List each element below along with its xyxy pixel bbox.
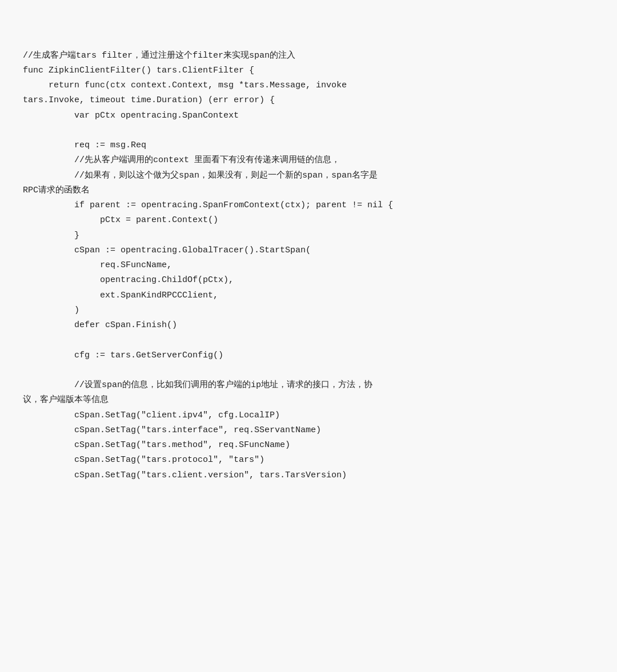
code-line: //如果有，则以这个做为父span，如果没有，则起一个新的span，span名字… [23,168,594,183]
code-line: //设置span的信息，比如我们调用的客户端的ip地址，请求的接口，方法，协 [23,378,594,393]
code-line: cSpan := opentracing.GlobalTracer().Star… [23,243,594,258]
code-line: pCtx = parent.Context() [23,213,594,228]
code-line: req := msg.Req [23,138,594,153]
code-line: cfg := tars.GetServerConfig() [23,348,594,363]
code-line: var pCtx opentracing.SpanContext [23,108,594,123]
code-line: opentracing.ChildOf(pCtx), [23,273,594,288]
code-line: cSpan.SetTag("tars.interface", req.SServ… [23,423,594,438]
code-line: tars.Invoke, timeout time.Duration) (err… [23,93,594,108]
code-line: cSpan.SetTag("tars.client.version", tars… [23,468,594,483]
code-line [23,333,594,348]
code-line: ext.SpanKindRPCCClient, [23,288,594,303]
code-line: } [23,228,594,243]
code-line: defer cSpan.Finish() [23,318,594,333]
code-line [23,363,594,378]
code-container: //生成客户端tars filter，通过注册这个filter来实现span的注… [0,0,617,672]
code-line: if parent := opentracing.SpanFromContext… [23,198,594,213]
code-line: cSpan.SetTag("tars.protocol", "tars") [23,453,594,468]
code-line [23,123,594,138]
code-line: req.SFuncName, [23,258,594,273]
code-line: cSpan.SetTag("client.ipv4", cfg.LocalIP) [23,408,594,423]
code-line: cSpan.SetTag("tars.method", req.SFuncNam… [23,438,594,453]
code-line: return func(ctx context.Context, msg *ta… [23,78,594,93]
code-line: ) [23,303,594,318]
code-line: func ZipkinClientFilter() tars.ClientFil… [23,63,594,78]
code-line: 议，客户端版本等信息 [23,393,594,408]
code-line: //先从客户端调用的context 里面看下有没有传递来调用链的信息， [23,153,594,168]
code-line: //生成客户端tars filter，通过注册这个filter来实现span的注… [23,49,594,63]
code-line: RPC请求的函数名 [23,183,594,198]
code-block: //生成客户端tars filter，通过注册这个filter来实现span的注… [23,18,594,483]
